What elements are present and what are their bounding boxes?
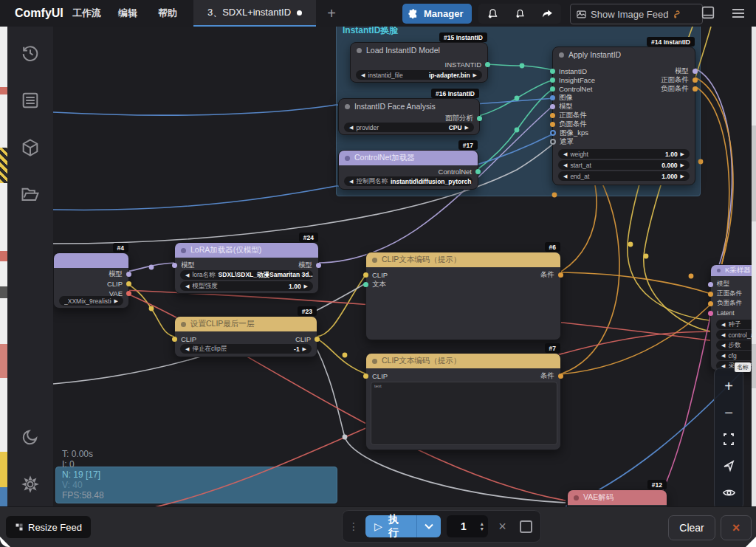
show-image-feed-toggle[interactable]: Show Image Feed: [570, 4, 703, 24]
output-slot-vae[interactable]: [126, 291, 131, 296]
drag-handle[interactable]: ⋮: [348, 520, 360, 532]
stop-icon[interactable]: [517, 520, 535, 533]
output-slot-controlnet[interactable]: [475, 169, 481, 174]
run-options-chevron-icon[interactable]: [417, 523, 441, 529]
collapse-dot[interactable]: [345, 104, 350, 109]
start-at-widget[interactable]: ◀start_at0.000▶: [558, 160, 690, 170]
close-feed-button[interactable]: ×: [721, 515, 752, 540]
menu-help[interactable]: 帮助: [158, 0, 177, 27]
toggle-links-eye-icon[interactable]: [721, 484, 737, 500]
node-header[interactable]: VAE解码: [568, 490, 667, 505]
count-down-icon[interactable]: ▾: [481, 526, 484, 531]
collapse-dot[interactable]: [574, 495, 579, 500]
input-slot-latent[interactable]: [708, 311, 713, 316]
new-workflow-button[interactable]: +: [322, 3, 341, 24]
output-slot-model[interactable]: [126, 272, 131, 277]
node-load-instantid-model[interactable]: #15 InstantID Load InstantID Model INSTA…: [350, 42, 488, 83]
seed-widget[interactable]: ◀种子: [716, 320, 756, 329]
node-lora-loader[interactable]: #24 LoRA加载器(仅模型) 模型 模型 ◀lora名称SDXL\SDXL_…: [174, 242, 319, 294]
node-vae-decode[interactable]: #12 VAE解码: [567, 489, 667, 508]
node-header[interactable]: Apply InstantID: [553, 47, 695, 62]
bell-icon[interactable]: [487, 7, 499, 20]
lora-name-widget[interactable]: ◀lora名称SDXL\SDXL_动漫Samaritan 3d...▶: [180, 270, 313, 280]
node-instantid-face-analysis[interactable]: #16 InstantID InstantID Face Analysis 面部…: [338, 98, 480, 135]
collapse-dot[interactable]: [372, 258, 377, 263]
input-slot-negative[interactable]: [708, 301, 713, 306]
input-slot-clip[interactable]: [363, 374, 368, 379]
history-icon[interactable]: [20, 43, 41, 63]
input-slot-controlnet[interactable]: [550, 86, 555, 92]
workflow-tab[interactable]: 3、SDXL+instantID: [193, 0, 316, 27]
input-slot-mask[interactable]: [550, 139, 556, 145]
input-slot-insightface[interactable]: [550, 78, 555, 83]
input-slot-clip[interactable]: [363, 272, 368, 278]
node-clip-text-encode-negative[interactable]: #7 CLIP文本编码（提示） CLIP 条件 text: [365, 353, 561, 450]
hamburger-menu-icon[interactable]: [729, 4, 747, 22]
node-header[interactable]: Load InstantID Model: [351, 43, 487, 58]
node-header[interactable]: ControlNet加载器: [339, 151, 478, 165]
collapse-dot[interactable]: [559, 52, 564, 58]
clear-button[interactable]: Clear: [668, 515, 715, 540]
output-slot-faceanalysis[interactable]: [477, 116, 482, 121]
workflows-folder-icon[interactable]: [20, 185, 41, 205]
output-slot-clip[interactable]: [126, 281, 131, 286]
batch-count-stepper[interactable]: 1 ▴▾: [447, 515, 487, 537]
collapse-dot[interactable]: [717, 269, 721, 272]
provider-widget[interactable]: ◀providerCPU▶: [344, 123, 474, 132]
input-slot-instantid[interactable]: [550, 69, 555, 74]
input-slot-negative[interactable]: [550, 122, 555, 127]
node-header[interactable]: LoRA加载器(仅模型): [175, 243, 318, 258]
menu-workflow[interactable]: 工作流: [72, 0, 101, 27]
node-header[interactable]: K采样器: [711, 265, 756, 276]
lora-strength-widget[interactable]: ◀模型强度1.00▶: [180, 281, 313, 291]
input-slot-model[interactable]: [708, 282, 713, 287]
output-slot-model[interactable]: [693, 69, 698, 74]
node-header[interactable]: CLIP文本编码（提示）: [366, 252, 560, 267]
widget-next-icon[interactable]: ▶: [114, 298, 118, 304]
theme-moon-icon[interactable]: [20, 427, 41, 447]
input-slot-positive[interactable]: [550, 113, 555, 118]
bottom-panel-icon[interactable]: [700, 4, 716, 21]
output-slot-positive[interactable]: [693, 78, 698, 83]
node-checkpoint-loader[interactable]: #4 模型 CLIP VAE _XXMix_9realisticS...▶: [53, 252, 129, 309]
steps-widget[interactable]: ◀步数: [716, 340, 756, 350]
cfg-widget[interactable]: ◀cfg: [716, 351, 756, 360]
node-ksampler[interactable]: K采样器 模型 正面条件 负面条件 Latent ◀种子 ◀control_af…: [710, 264, 756, 371]
input-slot-model[interactable]: [172, 263, 177, 268]
queue-log-icon[interactable]: [20, 90, 41, 111]
input-slot-clip[interactable]: [172, 337, 177, 342]
menu-edit[interactable]: 编辑: [118, 0, 137, 27]
output-slot-model[interactable]: [316, 263, 321, 268]
instantid-file-widget[interactable]: ◀instantid_fileip-adapter.bin▶: [356, 70, 482, 80]
collapse-dot[interactable]: [181, 322, 186, 327]
manager-button[interactable]: Manager: [402, 4, 472, 24]
controlnet-name-widget[interactable]: ◀控制网名称instantid\diffusion_pytorch_...▶: [344, 176, 472, 186]
output-slot-conditioning[interactable]: [558, 374, 563, 379]
end-at-widget[interactable]: ◀end_at1.000▶: [558, 171, 690, 181]
cancel-run-icon[interactable]: ×: [494, 519, 512, 534]
collapse-dot[interactable]: [345, 156, 350, 161]
input-slot-image-kps[interactable]: [550, 130, 556, 136]
collapse-dot[interactable]: [357, 48, 362, 53]
node-header[interactable]: InstantID Face Analysis: [339, 99, 479, 114]
input-slot-image[interactable]: [550, 95, 555, 100]
node-header[interactable]: 设置CLIP最后一层: [175, 317, 317, 331]
collapse-dot[interactable]: [181, 248, 186, 253]
stop-at-clip-layer-widget[interactable]: ◀停止在clip层-1▶: [180, 344, 312, 354]
run-button[interactable]: ▷执行: [365, 515, 441, 537]
prompt-textarea[interactable]: text: [371, 382, 557, 445]
zoom-in-icon[interactable]: +: [721, 378, 737, 394]
input-slot-model[interactable]: [550, 104, 555, 109]
fit-view-icon[interactable]: [721, 431, 737, 447]
collapse-dot[interactable]: [372, 359, 377, 364]
settings-gear-icon[interactable]: [20, 474, 41, 495]
control-after-widget[interactable]: ◀control_af: [716, 330, 756, 340]
node-apply-instantid[interactable]: #14 InstantID Apply InstantID InstantID …: [552, 47, 695, 185]
resize-feed-button[interactable]: Resize Feed: [6, 516, 91, 538]
select-cursor-icon[interactable]: [721, 458, 737, 474]
node-controlnet-loader[interactable]: #17 ControlNet加载器 ControlNet ◀控制网名称insta…: [338, 150, 478, 190]
bell-small-icon[interactable]: [515, 8, 526, 19]
input-slot-positive[interactable]: [708, 292, 713, 297]
output-slot-instantid[interactable]: [485, 62, 490, 67]
weight-widget[interactable]: ◀weight1.00▶: [558, 149, 690, 159]
